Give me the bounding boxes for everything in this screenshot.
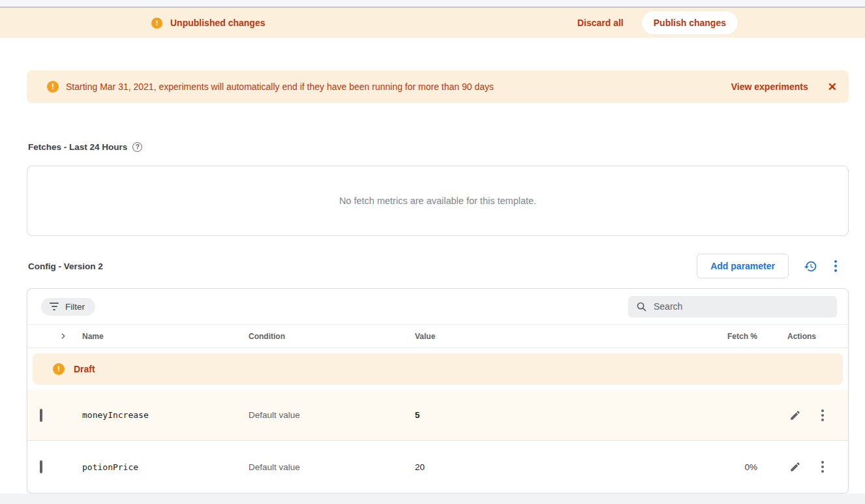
param-name: potionPrice — [82, 462, 249, 472]
param-condition: Default value — [249, 410, 415, 420]
param-value: 20 — [415, 462, 680, 472]
experiments-alert-banner: ! Starting Mar 31, 2021, experiments wil… — [27, 70, 849, 103]
row-more-vert-icon[interactable] — [819, 407, 827, 424]
fetches-section-title: Fetches - Last 24 Hours ? — [28, 142, 865, 152]
param-fetch-percent: 0% — [680, 462, 757, 472]
table-row: moneyIncrease Default value 5 — [27, 390, 848, 441]
discard-all-button[interactable]: Discard all — [577, 18, 624, 28]
search-icon — [636, 301, 647, 312]
col-header-condition: Condition — [249, 332, 415, 341]
row-checkbox[interactable] — [40, 409, 42, 422]
more-vert-icon[interactable] — [832, 258, 840, 274]
filter-label: Filter — [65, 302, 85, 312]
edit-icon[interactable] — [789, 409, 801, 421]
row-checkbox[interactable] — [40, 460, 42, 473]
parameters-table-card: Filter Name Condition Value Fetch % Acti… — [27, 288, 849, 494]
alert-message: Starting Mar 31, 2021, experiments will … — [66, 82, 494, 92]
warning-icon: ! — [47, 81, 59, 93]
table-toolbar: Filter — [27, 289, 848, 324]
search-input[interactable] — [654, 301, 829, 312]
unpublished-changes-bar: ! Unpublished changes Discard all Publis… — [0, 8, 865, 38]
view-experiments-link[interactable]: View experiments — [731, 82, 808, 92]
row-more-vert-icon[interactable] — [819, 458, 827, 475]
param-condition: Default value — [249, 462, 415, 472]
param-name: moneyIncrease — [82, 410, 249, 420]
unpublished-changes-label: Unpublished changes — [170, 18, 265, 28]
table-header-row: Name Condition Value Fetch % Actions — [27, 324, 848, 348]
close-icon[interactable]: ✕ — [828, 82, 837, 93]
param-value: 5 — [415, 410, 680, 420]
help-icon[interactable]: ? — [132, 142, 142, 152]
config-section-header: Config - Version 2 Add parameter — [28, 254, 849, 278]
fetch-metrics-card: No fetch metrics are available for this … — [27, 166, 849, 236]
fetch-metrics-empty-message: No fetch metrics are available for this … — [339, 196, 536, 206]
top-strip — [0, 0, 865, 8]
bottom-strip — [0, 494, 865, 504]
warning-icon: ! — [151, 18, 162, 29]
warning-icon: ! — [53, 363, 65, 375]
filter-icon — [50, 303, 59, 310]
draft-label: Draft — [74, 364, 95, 374]
publish-changes-button[interactable]: Publish changes — [642, 11, 738, 35]
add-parameter-button[interactable]: Add parameter — [697, 254, 789, 278]
config-version-title: Config - Version 2 — [28, 261, 103, 271]
search-box — [628, 296, 837, 318]
draft-banner: ! Draft — [33, 353, 843, 385]
history-icon[interactable] — [804, 259, 817, 273]
table-row: potionPrice Default value 20 0% — [27, 441, 848, 493]
col-header-actions: Actions — [757, 332, 848, 341]
fetches-title-text: Fetches - Last 24 Hours — [28, 142, 127, 152]
col-header-fetch: Fetch % — [680, 332, 757, 341]
col-header-value: Value — [415, 332, 680, 341]
filter-button[interactable]: Filter — [41, 298, 95, 316]
expand-chevron-icon[interactable] — [59, 332, 82, 340]
edit-icon[interactable] — [789, 461, 801, 473]
col-header-name: Name — [82, 332, 249, 341]
